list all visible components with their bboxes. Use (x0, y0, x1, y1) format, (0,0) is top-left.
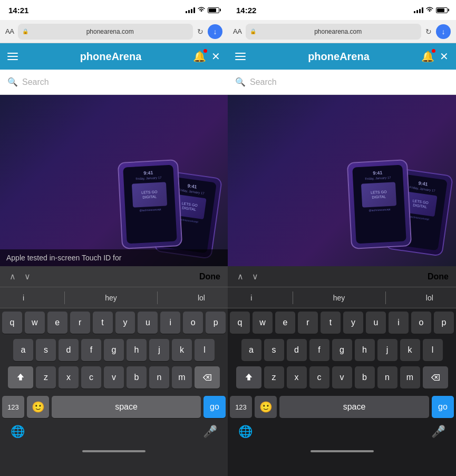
right-key-p[interactable]: p (434, 312, 454, 334)
right-key-m[interactable]: m (400, 366, 420, 388)
right-key-d[interactable]: d (287, 339, 307, 361)
left-download-button[interactable]: ↓ (208, 24, 222, 39)
key-z[interactable]: z (36, 366, 56, 388)
right-key-t[interactable]: t (321, 312, 341, 334)
right-key-g[interactable]: g (332, 339, 352, 361)
right-key-i[interactable]: i (389, 312, 409, 334)
right-refresh-icon[interactable]: ↻ (425, 27, 432, 36)
key-r[interactable]: r (70, 312, 90, 334)
left-refresh-icon[interactable]: ↻ (197, 27, 203, 36)
key-a[interactable]: a (13, 339, 33, 361)
right-key-o[interactable]: o (411, 312, 431, 334)
left-search-bar[interactable]: 🔍 Search (0, 70, 228, 95)
right-globe-icon[interactable]: 🌐 (238, 425, 253, 439)
microphone-icon[interactable]: 🎤 (203, 425, 217, 439)
find-up-button[interactable]: ∧ (7, 271, 18, 281)
right-key-v[interactable]: v (332, 366, 352, 388)
left-aa-button[interactable]: AA (5, 27, 14, 35)
right-search-bar[interactable]: 🔍 Search (228, 70, 456, 95)
right-key-j[interactable]: j (377, 339, 397, 361)
right-numbers-key[interactable]: 123 (230, 396, 252, 418)
key-e[interactable]: e (47, 312, 67, 334)
right-shift-key[interactable] (236, 366, 261, 388)
numbers-key[interactable]: 123 (2, 396, 24, 418)
key-t[interactable]: t (93, 312, 113, 334)
emoji-key[interactable]: 🙂 (27, 396, 49, 418)
right-key-e[interactable]: e (275, 312, 295, 334)
right-backspace-key[interactable] (423, 366, 448, 388)
right-autocomplete-word-1[interactable]: i (245, 292, 257, 304)
right-key-y[interactable]: y (343, 312, 363, 334)
right-key-q[interactable]: q (230, 312, 250, 334)
right-key-x[interactable]: x (287, 366, 307, 388)
divider-2 (157, 292, 158, 304)
key-v[interactable]: v (104, 366, 124, 388)
autocomplete-word-1[interactable]: i (17, 292, 30, 304)
right-find-up-button[interactable]: ∧ (235, 271, 246, 281)
key-k[interactable]: k (172, 339, 192, 361)
right-microphone-icon[interactable]: 🎤 (431, 425, 445, 439)
key-u[interactable]: u (138, 312, 158, 334)
autocomplete-word-2[interactable]: hey (100, 292, 122, 304)
key-l[interactable]: l (195, 339, 215, 361)
right-article-area: 9:41 Friday, January 17 LETS GODIGITAL @… (228, 95, 456, 266)
key-p[interactable]: p (206, 312, 226, 334)
backspace-key[interactable] (195, 366, 220, 388)
right-done-button[interactable]: Done (428, 272, 449, 281)
right-space-key[interactable]: space (279, 396, 429, 418)
key-f[interactable]: f (81, 339, 101, 361)
key-s[interactable]: s (36, 339, 56, 361)
key-i[interactable]: i (160, 312, 180, 334)
key-m[interactable]: m (172, 366, 192, 388)
key-o[interactable]: o (183, 312, 203, 334)
right-key-s[interactable]: s (264, 339, 284, 361)
right-autocomplete-word-3[interactable]: lol (421, 292, 439, 304)
go-key[interactable]: go (203, 396, 226, 418)
hamburger-menu[interactable] (7, 53, 18, 60)
right-key-n[interactable]: n (377, 366, 397, 388)
right-go-key[interactable]: go (432, 396, 454, 418)
left-done-button[interactable]: Done (199, 272, 220, 281)
key-c[interactable]: c (81, 366, 101, 388)
left-close-button[interactable]: ✕ (211, 50, 220, 63)
right-key-w[interactable]: w (253, 312, 273, 334)
autocomplete-word-3[interactable]: lol (192, 292, 210, 304)
right-close-button[interactable]: ✕ (440, 50, 449, 63)
right-key-f[interactable]: f (309, 339, 329, 361)
right-key-h[interactable]: h (355, 339, 375, 361)
key-b[interactable]: b (127, 366, 147, 388)
key-y[interactable]: y (115, 312, 135, 334)
right-key-l[interactable]: l (423, 339, 443, 361)
right-phone-mockup-front: 9:41 Friday, January 17 LETS GODIGITAL @… (347, 159, 412, 249)
phone-mockup-front: 9:41 Friday, January 17 LETS GODIGITAL @… (118, 159, 182, 249)
right-emoji-key[interactable]: 🙂 (255, 396, 277, 418)
find-down-button[interactable]: ∨ (22, 271, 33, 281)
right-key-u[interactable]: u (366, 312, 386, 334)
bell-icon[interactable]: 🔔 (193, 50, 206, 63)
right-key-b[interactable]: b (355, 366, 375, 388)
right-key-r[interactable]: r (298, 312, 318, 334)
key-n[interactable]: n (149, 366, 169, 388)
right-aa-button[interactable]: AA (233, 27, 241, 35)
key-w[interactable]: w (25, 312, 45, 334)
key-g[interactable]: g (104, 339, 124, 361)
right-find-down-button[interactable]: ∨ (250, 271, 260, 281)
key-d[interactable]: d (59, 339, 79, 361)
globe-icon[interactable]: 🌐 (11, 425, 25, 439)
right-key-a[interactable]: a (241, 339, 261, 361)
left-url-bar[interactable]: 🔒 phonearena.com (18, 24, 193, 40)
key-j[interactable]: j (149, 339, 169, 361)
right-download-button[interactable]: ↓ (436, 24, 451, 39)
right-key-k[interactable]: k (400, 339, 420, 361)
key-h[interactable]: h (127, 339, 147, 361)
space-key[interactable]: space (52, 396, 201, 418)
right-autocomplete-word-2[interactable]: hey (328, 292, 351, 304)
shift-key[interactable] (8, 366, 33, 388)
right-bell-icon[interactable]: 🔔 (421, 50, 434, 63)
right-url-bar[interactable]: 🔒 phonearena.com (246, 24, 421, 40)
key-q[interactable]: q (2, 312, 22, 334)
right-key-c[interactable]: c (309, 366, 329, 388)
key-x[interactable]: x (59, 366, 79, 388)
right-hamburger-menu[interactable] (235, 53, 246, 60)
right-key-z[interactable]: z (264, 366, 284, 388)
